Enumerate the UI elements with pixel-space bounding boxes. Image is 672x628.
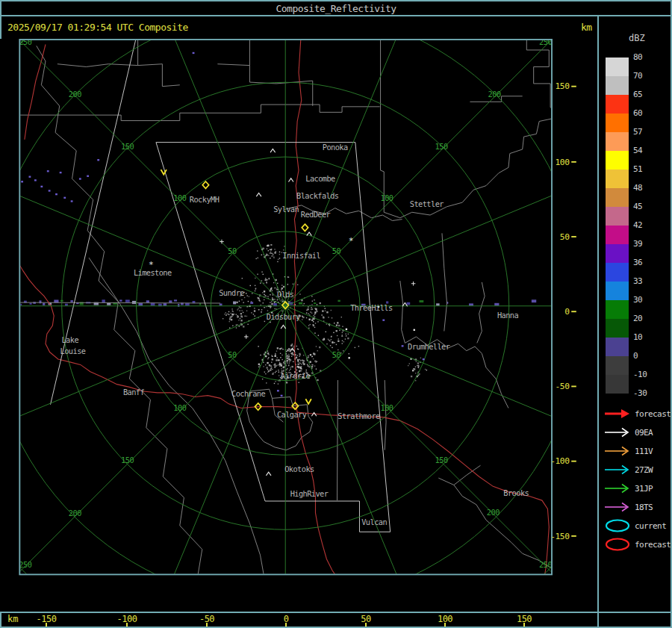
arrow-icon bbox=[603, 500, 633, 514]
dbz-value-label: 36 bbox=[633, 258, 666, 267]
range-ring-label: 150 bbox=[435, 456, 447, 464]
ellipse-icon bbox=[603, 538, 633, 551]
arrow-icon bbox=[603, 463, 633, 476]
county-boundary bbox=[37, 46, 202, 574]
y-axis-tick-label: 0 bbox=[564, 307, 570, 317]
range-ring-label: 100 bbox=[380, 193, 393, 202]
city-label: Limestone bbox=[134, 268, 172, 277]
x-axis-tick bbox=[206, 623, 208, 627]
city-label: Innisfail bbox=[282, 251, 320, 260]
city-label: ThreeHills bbox=[350, 303, 393, 312]
caret-marker-icon bbox=[270, 149, 276, 153]
dbz-value-label: 42 bbox=[633, 221, 666, 230]
range-ring-label: 100 bbox=[173, 403, 186, 412]
county-boundary bbox=[381, 40, 553, 218]
dbz-value-label: 70 bbox=[633, 72, 666, 81]
azimuth-line bbox=[285, 306, 429, 612]
dbz-swatch-20 bbox=[606, 319, 629, 338]
legend-item-31JP-4: 31JP bbox=[599, 482, 671, 497]
dbz-value-label: 0 bbox=[633, 352, 666, 361]
dbz-swatch-30 bbox=[606, 300, 629, 319]
city-label: Ponoka bbox=[323, 143, 348, 152]
county-boundary bbox=[89, 258, 264, 574]
dbz-value-label: -10 bbox=[633, 370, 666, 379]
legend-label: forecast bbox=[635, 409, 671, 419]
range-ring-label: 50 bbox=[228, 246, 237, 255]
legend-label: 09EA bbox=[635, 428, 653, 438]
city-label: Strathmore bbox=[337, 411, 380, 420]
clutter-speck bbox=[63, 197, 66, 199]
range-ring-label: 150 bbox=[121, 142, 134, 151]
azimuth-line bbox=[20, 306, 286, 572]
clutter-speck bbox=[34, 179, 37, 181]
city-label: RedDeer bbox=[301, 210, 331, 219]
clutter-speck bbox=[79, 178, 81, 179]
caret-marker-icon bbox=[311, 413, 317, 417]
dbz-value-label: 80 bbox=[633, 53, 666, 62]
clutter-speck bbox=[423, 358, 425, 360]
x-axis-tick bbox=[365, 623, 367, 627]
city-label: Airdrie bbox=[281, 371, 311, 380]
range-ring-label: 150 bbox=[121, 456, 134, 464]
dbz-swatch-33 bbox=[606, 282, 629, 300]
range-ring-label: 200 bbox=[69, 509, 81, 517]
star-marker-icon: * bbox=[349, 236, 354, 246]
clutter-speck bbox=[55, 193, 57, 195]
x-axis-tick bbox=[126, 623, 128, 627]
dbz-swatch-65 bbox=[606, 95, 629, 114]
dbz-value-label: 20 bbox=[633, 314, 666, 323]
range-ring-label: 250 bbox=[539, 560, 552, 569]
range-ring-label: 200 bbox=[487, 508, 500, 517]
km-unit-top: km bbox=[581, 16, 592, 39]
county-boundary bbox=[19, 105, 379, 121]
dbz-swatch-57 bbox=[606, 132, 629, 151]
dbz-swatch--10 bbox=[606, 375, 629, 394]
azimuth-line bbox=[0, 162, 285, 305]
clutter-speck bbox=[21, 181, 23, 182]
legend-item-current-6: current bbox=[599, 519, 671, 534]
dbz-swatch-51 bbox=[606, 170, 629, 188]
county-boundary bbox=[337, 380, 338, 500]
dbz-value-label: 54 bbox=[633, 146, 666, 155]
info-bar: 2025/09/17 01:29:54 UTC Composite km bbox=[0, 16, 597, 39]
clutter-speck bbox=[71, 200, 73, 202]
dot-marker-icon bbox=[348, 357, 349, 358]
arrow-bold-icon bbox=[603, 407, 633, 420]
range-ring-label: 100 bbox=[380, 403, 393, 412]
legend-label: current bbox=[635, 521, 666, 531]
y-axis-tick-label: 150 bbox=[556, 81, 570, 91]
x-axis-tick bbox=[444, 623, 446, 627]
city-label: Olds bbox=[277, 290, 294, 299]
dbz-swatch-10 bbox=[606, 338, 629, 356]
county-boundary bbox=[217, 40, 249, 66]
x-axis-tick bbox=[285, 623, 287, 627]
vee-marker-icon bbox=[305, 399, 311, 404]
page-title: Composite_Reflectivity bbox=[276, 3, 396, 14]
dot-marker-icon bbox=[414, 329, 415, 331]
y-axis-tick-label: 50 bbox=[560, 232, 570, 242]
dbz-swatch-42 bbox=[606, 226, 629, 244]
city-label: Calgary bbox=[277, 410, 307, 419]
city-label: Vulcan bbox=[361, 517, 387, 526]
city-label: Cochrane bbox=[231, 389, 265, 398]
range-ring-label: 200 bbox=[488, 90, 501, 99]
arrow-icon bbox=[603, 444, 633, 458]
radar-map-canvas[interactable]: 5050505010010010010015015015015020020020… bbox=[0, 39, 597, 612]
azimuth-line bbox=[142, 306, 285, 612]
clutter-speck bbox=[402, 345, 404, 346]
clutter-speck bbox=[40, 186, 43, 187]
range-ring-label: 50 bbox=[332, 350, 341, 359]
y-axis-tick-label: -150 bbox=[550, 532, 570, 541]
county-boundary bbox=[477, 282, 485, 343]
caret-marker-icon bbox=[288, 178, 293, 182]
caret-marker-icon bbox=[256, 193, 261, 197]
map-content: 5050505010010010010015015015015020020020… bbox=[0, 39, 597, 612]
dbz-swatch-0 bbox=[606, 356, 629, 375]
clutter-speck bbox=[47, 170, 49, 172]
dbz-swatch-45 bbox=[606, 207, 629, 226]
radar-site-diamond-icon bbox=[302, 224, 308, 231]
dbz-sidebar: dBZ 807065605754514845423936333020100-10… bbox=[597, 16, 672, 612]
sidebar-divider bbox=[597, 613, 599, 627]
legend-label: 27ZW bbox=[635, 465, 653, 475]
y-axis-tick-label: -100 bbox=[550, 456, 570, 466]
